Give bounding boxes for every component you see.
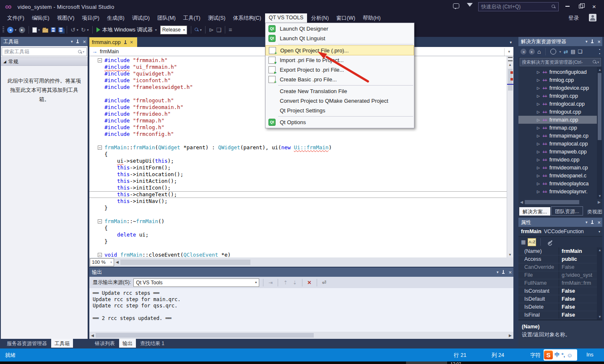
chevron-down-icon[interactable]: ▾	[504, 48, 513, 56]
expand-arrow-icon[interactable]: ▷	[537, 70, 540, 74]
dock-tab-工具箱[interactable]: 工具箱	[51, 339, 73, 348]
tree-item-frmvideopanel-c[interactable]: ▷++frmvideopanel.c	[518, 172, 602, 179]
code-line-22[interactable]: this->initNav();	[89, 198, 507, 205]
restore-button[interactable]	[579, 5, 583, 8]
property-value[interactable]: False	[559, 287, 602, 295]
pin-icon[interactable]	[591, 39, 594, 44]
categorized-icon[interactable]: ▦	[521, 239, 526, 245]
expand-arrow-icon[interactable]: ▷	[537, 190, 540, 194]
menu-team[interactable]: 团队(M)	[154, 13, 180, 23]
property-value[interactable]: False	[559, 263, 602, 271]
property-row-IsDelete[interactable]: IsDeleteFalse	[518, 303, 602, 311]
menu-item-launch-qt-designer[interactable]: QtLaunch Qt Designer	[266, 24, 414, 34]
dock-tab-查找结果-1[interactable]: 查找结果 1	[137, 339, 168, 348]
menu-build[interactable]: 生成(B)	[103, 13, 128, 23]
tree-item-frmmaplocal-cpp[interactable]: ▷++frmmaplocal.cpp	[518, 140, 602, 148]
tree-item-frmvideomain-cp[interactable]: ▷++frmvideomain.cp	[518, 164, 602, 172]
property-value[interactable]: g:\video_syst	[559, 271, 602, 279]
attach-button[interactable]: ⊳	[209, 26, 214, 33]
open-file-button[interactable]	[42, 27, 48, 33]
expand-arrow-icon[interactable]: ▷	[537, 102, 540, 106]
code-line-17[interactable]: this->initForm();	[89, 164, 507, 171]
expand-arrow-icon[interactable]: ▷	[537, 142, 540, 146]
document-well-dropdown-icon[interactable]: ▾	[510, 40, 512, 44]
ime-mode[interactable]: 中	[555, 351, 560, 359]
menu-edit[interactable]: 编辑(E)	[28, 13, 53, 23]
preview-selected-icon[interactable]: ❏	[578, 49, 583, 55]
menu-item-convert-project-to-qmake-generated-project[interactable]: Convert Project to QMake Generated Proje…	[266, 96, 414, 106]
editor-vertical-scrollbar[interactable]: ▲ ▼	[507, 56, 513, 257]
menu-architecture[interactable]: 体系结构(C)	[229, 13, 265, 23]
expand-arrow-icon[interactable]: ▷	[537, 158, 540, 162]
menu-item-launch-qt-linguist[interactable]: QtLaunch Qt Linguist	[266, 34, 414, 43]
menu-item-qt-options[interactable]: QtQt Options	[266, 117, 414, 127]
tree-item-frmlogdevice-cpp[interactable]: ▷++frmlogdevice.cpp	[518, 84, 602, 92]
find-in-files-button[interactable]: ▾	[195, 28, 202, 32]
tree-item-frmvideoplaynvr-[interactable]: ▷++frmvideoplaynvr.	[518, 187, 602, 195]
code-line-21[interactable]: this->changeText();	[89, 191, 507, 198]
pending-dropdown-icon[interactable]: ▾	[559, 50, 561, 54]
configuration-select[interactable]: Release ▾	[160, 26, 187, 34]
scrollbar-thumb[interactable]	[96, 333, 314, 338]
tree-item-frmlogout-cpp[interactable]: ▷++frmlogout.cpp	[518, 108, 602, 116]
alphabetical-sort-icon[interactable]: A↓Z	[528, 238, 536, 246]
close-icon[interactable]: ×	[508, 270, 512, 275]
toolbar-grip[interactable]	[3, 26, 4, 33]
tree-item-frmconfigupload[interactable]: ▷++frmconfigupload	[518, 68, 602, 76]
property-value[interactable]: frmMain::frm	[559, 279, 602, 287]
navigate-forward-button[interactable]: ▸	[19, 27, 25, 33]
tree-item-frmloglocal-cpp[interactable]: ▷++frmloglocal.cpp	[518, 100, 602, 108]
undo-button[interactable]: ↺▾	[70, 26, 78, 33]
word-wrap-icon[interactable]: ⏎	[321, 280, 328, 286]
code-line-18[interactable]: this->initLocation();	[89, 171, 507, 178]
dock-tab-服务器资源管理器[interactable]: 服务器资源管理器	[3, 339, 50, 348]
redo-button[interactable]: ↻▾	[81, 26, 89, 33]
code-line-29[interactable]	[89, 245, 507, 252]
pin-icon[interactable]	[502, 270, 505, 274]
menu-test[interactable]: 测试(S)	[204, 13, 229, 23]
property-row-CanOverride[interactable]: CanOverrideFalse	[518, 263, 602, 271]
tree-item-frmvideoplayloca[interactable]: ▷++frmvideoplayloca	[518, 179, 602, 187]
code-line-24[interactable]	[89, 211, 507, 218]
zoom-select[interactable]: 100 % ▾	[90, 258, 114, 266]
tab-frmmain-cpp[interactable]: frmmain.cpp ×	[89, 37, 137, 47]
solution-search[interactable]: 搜索解决方案资源管理器(Ctrl- ▾	[518, 57, 602, 67]
window-position-icon[interactable]: ▾	[497, 270, 499, 274]
properties-grid[interactable]: (Name)frmMainAccesspublicCanOverrideFals…	[518, 247, 602, 320]
menu-debug[interactable]: 调试(D)	[128, 13, 154, 23]
dock-tab-解决方案-[interactable]: 解决方案...	[519, 207, 550, 216]
property-value[interactable]: frmMain	[559, 247, 602, 255]
code-line-16[interactable]: ui->setupUi(this);	[89, 158, 507, 164]
titlebar[interactable]: ∞ video_system - Microsoft Visual Studio…	[0, 0, 604, 13]
outline-collapse-icon[interactable]	[98, 146, 102, 150]
menu-qt-vs-tools[interactable]: QT VS TOOLS	[265, 13, 307, 23]
menu-item-export-project-to-pri-file[interactable]: Export Project to .pri File...	[266, 65, 414, 75]
close-button[interactable]: ×	[592, 3, 596, 10]
property-row-IsConstant[interactable]: IsConstantFalse	[518, 287, 602, 295]
next-message-icon[interactable]: ⇣	[291, 280, 298, 286]
ime-toolbar[interactable]: S 中 °, ☺	[544, 349, 577, 361]
splitter-handle-icon[interactable]	[508, 57, 513, 61]
scroll-right-icon[interactable]: ▶	[509, 333, 512, 338]
dock-tab-错误列表[interactable]: 错误列表	[91, 339, 118, 348]
toolbox-titlebar[interactable]: 工具箱 ▾ ×	[1, 37, 88, 46]
property-pages-icon[interactable]	[549, 240, 553, 244]
tree-item-frmmain-cpp[interactable]: ▷++frmmain.cpp	[518, 116, 602, 124]
user-avatar-icon[interactable]	[589, 14, 596, 21]
window-position-icon[interactable]: ▾	[71, 39, 73, 44]
expand-arrow-icon[interactable]: ▷	[537, 86, 540, 90]
code-line-30[interactable]: void frmMain::closeEvent(QCloseEvent *e)	[89, 252, 507, 257]
save-all-button[interactable]	[58, 27, 63, 32]
window-position-icon[interactable]: ▾	[586, 220, 588, 224]
expand-arrow-icon[interactable]: ▷	[537, 134, 540, 138]
code-line-23[interactable]: }	[89, 205, 507, 211]
properties-vertical-scrollbar[interactable]: ▲ ▼	[597, 247, 602, 320]
scroll-up-icon[interactable]: ▲	[598, 248, 601, 252]
menu-project[interactable]: 项目(P)	[78, 13, 103, 23]
scroll-left-icon[interactable]: ◀	[520, 200, 523, 204]
goto-message-icon[interactable]: ⇥	[267, 280, 274, 286]
scroll-up-icon[interactable]: ▲	[598, 68, 601, 72]
emoji-icon[interactable]: ☺	[567, 352, 573, 359]
code-line-26[interactable]: {	[89, 225, 507, 231]
expand-arrow-icon[interactable]: ▷	[537, 166, 540, 170]
